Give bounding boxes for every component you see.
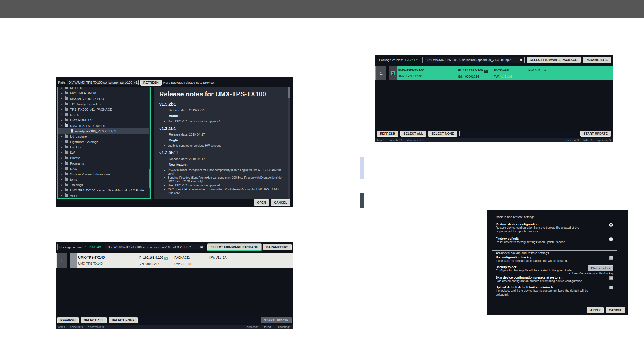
tree-item-label: TPS_RX200_v11_PACKAGE_ xyxy=(70,108,114,111)
package-path-text: D:\FW\UMX-TPS-TX100 series\umx-tps-tx100… xyxy=(108,245,198,249)
tree-arrow-icon[interactable]: ▼ xyxy=(61,125,64,127)
tree-item[interactable]: ▶ Trainings xyxy=(58,182,150,188)
tree-item[interactable]: ▶ MODEX xyxy=(58,87,150,90)
backup-cancel-button[interactable]: CANCEL xyxy=(606,307,625,313)
open-button[interactable]: OPEN xyxy=(254,199,269,206)
device-package-label: PACKAGE: xyxy=(494,69,509,72)
tree-item[interactable]: ▶ MX2-8x8-HDMI20 xyxy=(58,90,150,96)
no-backup-checkbox[interactable] xyxy=(609,256,613,260)
tree-item-label: LomDoc xyxy=(70,146,82,149)
edit-icon[interactable]: ✎ xyxy=(484,70,488,73)
package-version-label: Package version: xyxy=(59,245,83,249)
skip-presets-checkbox[interactable] xyxy=(609,276,613,280)
device-hardware: HW: V11_1A xyxy=(209,256,227,259)
tree-arrow-icon[interactable]: ▶ xyxy=(61,92,64,94)
status-bar: total:1 selected:0 discovered:9 success:… xyxy=(56,325,293,329)
status-selected: selected:1 xyxy=(390,139,403,142)
device-checkbox[interactable] xyxy=(72,259,75,262)
tree-arrow-icon[interactable]: ▶ xyxy=(61,108,64,111)
tree-item[interactable]: ▶ Private xyxy=(58,155,150,161)
tree-item[interactable]: ▶ temp xyxy=(58,177,150,182)
tree-item[interactable]: ▼ UMX-TPS-TX100 series xyxy=(58,123,150,128)
tree-item[interactable]: ▶ Programs xyxy=(58,161,150,166)
choose-folder-button[interactable]: Choose folder xyxy=(588,265,613,271)
no-backup-title: No configuration backup: xyxy=(496,256,602,259)
clear-icon[interactable]: ✖ xyxy=(200,245,203,249)
tree-item[interactable]: ▶ RAW xyxy=(58,166,150,171)
folder-tree[interactable]: ▶ MODEX ▶ MX2-8x8-HDMI20 ▶ MX8x8DVI-HDCP… xyxy=(57,87,151,199)
select-all-button[interactable]: SELECT ALL xyxy=(400,131,426,137)
tree-item[interactable]: ▶ Video xyxy=(58,193,150,198)
tree-item[interactable]: ▶ UBEX xyxy=(58,112,150,117)
tree-arrow-icon[interactable]: ▶ xyxy=(61,103,64,105)
tree-arrow-icon[interactable]: ▶ xyxy=(61,184,64,186)
tree-arrow-icon[interactable]: ▶ xyxy=(61,146,64,148)
tree-arrow-icon[interactable]: ▶ xyxy=(61,189,64,191)
device-row[interactable]: 1. UMX-TPS-TX140 UMX-TPS-TX140 IP: 192.1… xyxy=(375,66,613,80)
tree-arrow-icon[interactable]: ▶ xyxy=(61,141,64,143)
tree-arrow-icon[interactable]: ▶ xyxy=(61,195,64,197)
backup-folder-row: Backup folder: Configuration backup file… xyxy=(496,265,613,272)
device-serial: S/N: 00002214 xyxy=(139,262,159,266)
cancel-button[interactable]: CANCEL xyxy=(271,199,290,206)
clear-icon[interactable]: ✖ xyxy=(519,58,522,62)
package-path-input[interactable]: D:\FW\UMX-TPS-TX100 series\umx-tps-tx100… xyxy=(425,57,525,63)
tree-scrollbar[interactable] xyxy=(149,87,150,198)
tree-item[interactable]: umx-tps-tx100_v1.3.2b1.lfp2 xyxy=(58,128,150,134)
tree-arrow-icon[interactable]: ▶ xyxy=(61,135,64,138)
tree-item[interactable]: ▶ TPS_RX200_v11_PACKAGE_ xyxy=(58,107,150,112)
hw-label: HW: xyxy=(528,69,534,72)
tree-item[interactable]: ▶ LW xyxy=(58,150,150,155)
tree-item-label: MODEX xyxy=(70,87,82,90)
miniweb-checkbox[interactable] xyxy=(609,286,613,289)
tree-item[interactable]: ▶ TPS family Extenders xyxy=(58,101,150,107)
apply-button[interactable]: APPLY xyxy=(587,307,604,313)
package-path-input[interactable]: D:\FW\UMX-TPS-TX100 series\umx-tps-tx100… xyxy=(105,244,205,250)
tree-arrow-icon[interactable]: ▶ xyxy=(61,168,64,170)
tree-arrow-icon[interactable]: ▶ xyxy=(61,178,64,181)
parameters-button[interactable]: PARAMETERS xyxy=(583,57,611,63)
tree-arrow-icon[interactable]: ▶ xyxy=(61,98,64,100)
edit-icon[interactable]: ✎ xyxy=(164,257,168,260)
select-firmware-package-button[interactable]: SELECT FIRMWARE PACKAGE xyxy=(527,57,581,63)
backup-folder-desc: Configuration backup file will be create… xyxy=(496,269,577,272)
update-window-device-unselected: Package version: 1.3.2b1 r43 D:\FW\UMX-T… xyxy=(56,242,293,329)
tree-arrow-icon[interactable]: ▶ xyxy=(61,162,64,165)
backup-folder-title: Backup folder: xyxy=(496,265,577,269)
tree-arrow-icon[interactable]: ▶ xyxy=(61,114,64,116)
row-divider xyxy=(67,253,70,268)
restore-configuration-radio[interactable] xyxy=(609,223,613,227)
tree-scrollbar-thumb[interactable] xyxy=(149,169,150,188)
factory-default-radio[interactable] xyxy=(609,237,613,241)
tree-item[interactable]: ▶ MX8x8DVI-HDCP-PRO xyxy=(58,96,150,101)
select-firmware-package-button[interactable]: SELECT FIRMWARE PACKAGE xyxy=(207,244,261,250)
refresh-button[interactable]: REFRESH xyxy=(377,131,398,137)
select-none-button[interactable]: SELECT NONE xyxy=(109,317,137,323)
path-input[interactable]: D:\FW\UMX-TPS-TX100 series\umx-tps-tx100… xyxy=(67,80,139,85)
notes-scrollbar[interactable] xyxy=(288,87,290,199)
tree-arrow-icon[interactable]: ▶ xyxy=(61,173,64,175)
device-row[interactable]: 1. UMX-TPS-TX140 UMX-TPS-TX140 IP: 192.1… xyxy=(56,253,293,268)
release-note-section: v1.3.2b1 Release date: 2019-05-21 Bugfix… xyxy=(159,102,284,123)
tree-arrow-icon[interactable]: ▶ xyxy=(61,119,64,121)
device-firmware: FW:v1.1.1b1 xyxy=(494,75,512,78)
device-checkbox[interactable] xyxy=(391,71,395,75)
release-note-section: v1.3.1b1 Release date: 2019-04-17 Bugfix… xyxy=(159,126,284,148)
tree-item[interactable]: ▶ UMX-TPS-TX100_series_UsersManual_v2.2 … xyxy=(58,188,150,193)
notes-scrollbar-thumb[interactable] xyxy=(288,87,290,98)
tree-item[interactable]: ▶ Lightroom Catalogs xyxy=(58,139,150,144)
refresh-button[interactable]: REFRESH xyxy=(57,317,79,323)
tree-item[interactable]: ▶ lcd_capture xyxy=(58,134,150,139)
device-name: UMX-TPS-TX140 xyxy=(78,256,105,260)
tree-item[interactable]: ▶ UMX-HDMI-140 xyxy=(58,117,150,123)
start-update-button[interactable]: START UPDATE xyxy=(261,317,292,323)
start-update-button[interactable]: START UPDATE xyxy=(580,131,611,137)
tree-arrow-icon[interactable]: ▶ xyxy=(61,87,64,89)
tree-item[interactable]: ▶ System Volume Information xyxy=(58,171,150,177)
select-all-button[interactable]: SELECT ALL xyxy=(81,317,107,323)
tree-item[interactable]: ▶ LomDoc xyxy=(58,144,150,150)
select-none-button[interactable]: SELECT NONE xyxy=(428,131,457,137)
tree-arrow-icon[interactable]: ▶ xyxy=(61,157,64,159)
parameters-button[interactable]: PARAMETERS xyxy=(263,244,292,250)
tree-arrow-icon[interactable]: ▶ xyxy=(61,151,64,154)
